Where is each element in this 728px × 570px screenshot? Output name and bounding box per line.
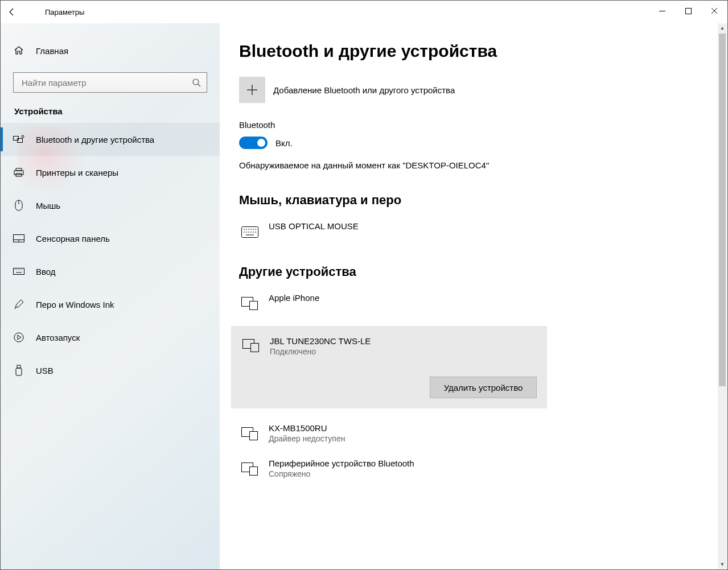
bluetooth-devices-icon (13, 134, 24, 145)
device-row[interactable]: KX-MB1500RU Драйвер недоступен (239, 419, 727, 454)
device-icon (240, 460, 260, 479)
bluetooth-label: Bluetooth (239, 120, 727, 130)
nav-autoplay[interactable]: Автозапуск (1, 321, 220, 354)
window-controls (649, 4, 727, 20)
nav-bluetooth[interactable]: Bluetooth и другие устройства (1, 123, 220, 156)
titlebar: Параметры (1, 1, 727, 23)
nav-label: USB (36, 366, 54, 375)
window-title: Параметры (23, 8, 84, 16)
device-status: Сопряжено (269, 469, 414, 478)
remove-device-button[interactable]: Удалить устройство (430, 377, 537, 398)
home-icon (13, 45, 24, 56)
main-panel: Bluetooth и другие устройства Добавление… (220, 23, 727, 569)
device-name: USB OPTICAL MOUSE (269, 221, 359, 231)
nav-label: Bluetooth и другие устройства (36, 135, 154, 144)
device-card-selected[interactable]: JBL TUNE230NC TWS-LE Подключено Удалить … (231, 326, 547, 408)
plus-icon (239, 77, 265, 103)
svg-rect-48 (250, 467, 258, 476)
nav-typing[interactable]: Ввод (1, 255, 220, 288)
scroll-up-arrow[interactable]: ▲ (718, 23, 727, 32)
add-device-button[interactable]: Добавление Bluetooth или другого устройс… (239, 77, 727, 103)
nav-label: Принтеры и сканеры (36, 168, 118, 177)
section-other-devices: Другие устройства (239, 265, 727, 279)
device-status: Драйвер недоступен (269, 434, 345, 443)
pen-icon (13, 299, 24, 310)
nav-label: Сенсорная панель (36, 234, 110, 243)
scroll-thumb[interactable] (719, 34, 726, 386)
autoplay-icon (13, 332, 24, 343)
nav-pen[interactable]: Перо и Windows Ink (1, 288, 220, 321)
device-status: Подключено (270, 347, 371, 356)
scrollbar[interactable]: ▲ ▼ (718, 23, 727, 569)
usb-icon (13, 365, 24, 376)
touchpad-icon (13, 233, 24, 244)
device-row[interactable]: USB OPTICAL MOUSE (239, 217, 727, 252)
keyboard-icon (240, 222, 260, 242)
sidebar-nav: Bluetooth и другие устройства Принтеры и… (1, 123, 220, 387)
bluetooth-toggle[interactable] (239, 137, 268, 149)
nav-label: Автозапуск (36, 333, 80, 342)
device-name: JBL TUNE230NC TWS-LE (270, 336, 371, 346)
device-row[interactable]: Apple iPhone (239, 288, 727, 324)
svg-point-22 (14, 333, 23, 342)
device-row[interactable]: Периферийное устройство Bluetooth Сопряж… (239, 454, 727, 489)
search-input[interactable] (22, 78, 192, 88)
maximize-button[interactable] (675, 2, 701, 20)
bluetooth-toggle-state: Вкл. (275, 138, 293, 148)
device-name: KX-MB1500RU (269, 423, 345, 433)
svg-rect-24 (16, 368, 22, 375)
mouse-icon (13, 200, 24, 211)
svg-point-2 (193, 79, 199, 85)
nav-label: Ввод (36, 267, 56, 276)
device-name: Apple iPhone (269, 293, 319, 303)
back-button[interactable] (1, 1, 23, 23)
minimize-button[interactable] (649, 2, 675, 20)
svg-point-6 (22, 135, 24, 138)
sidebar: Главная Устройства Bluetooth и другие ус… (1, 23, 220, 569)
close-button[interactable] (701, 2, 727, 20)
keyboard-icon (13, 266, 24, 277)
sidebar-category: Устройства (14, 106, 220, 116)
nav-touchpad[interactable]: Сенсорная панель (1, 222, 220, 255)
svg-line-3 (198, 84, 200, 86)
sidebar-home[interactable]: Главная (1, 39, 220, 62)
sidebar-home-label: Главная (36, 46, 68, 56)
device-icon (241, 336, 261, 356)
svg-rect-7 (16, 168, 22, 171)
section-mouse-keyboard: Мышь, клавиатура и перо (239, 193, 727, 208)
nav-usb[interactable]: USB (1, 354, 220, 387)
discoverable-text: Обнаруживаемое на данный момент как "DES… (239, 160, 727, 170)
nav-label: Мышь (36, 201, 60, 210)
search-icon (192, 78, 201, 87)
svg-rect-1 (685, 8, 691, 14)
scroll-down-arrow[interactable]: ▼ (718, 560, 727, 569)
svg-rect-23 (17, 365, 20, 368)
printer-icon (13, 167, 24, 178)
nav-mouse[interactable]: Мышь (1, 189, 220, 222)
svg-rect-15 (14, 269, 24, 275)
add-device-label: Добавление Bluetooth или другого устройс… (273, 85, 455, 95)
device-icon (240, 424, 260, 444)
svg-rect-42 (250, 301, 258, 310)
nav-printers[interactable]: Принтеры и сканеры (1, 156, 220, 189)
device-icon (240, 294, 260, 313)
svg-rect-44 (251, 344, 259, 352)
svg-rect-46 (250, 432, 258, 440)
search-box[interactable] (13, 72, 207, 93)
device-name: Периферийное устройство Bluetooth (269, 459, 414, 468)
svg-rect-8 (14, 171, 23, 175)
page-title: Bluetooth и другие устройства (239, 42, 727, 61)
nav-label: Перо и Windows Ink (36, 300, 114, 309)
